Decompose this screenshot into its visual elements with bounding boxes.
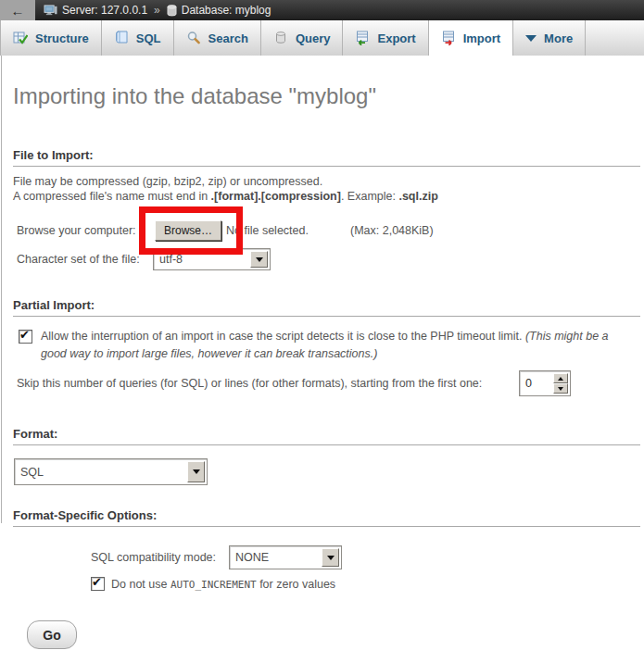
auto-increment-checkbox[interactable]: ✔	[91, 577, 105, 591]
tab-label: Search	[208, 31, 248, 45]
breadcrumb-server-link[interactable]: Server: 127.0.0.1	[62, 4, 147, 17]
line2-format-pattern: .[format].[compression]	[211, 190, 341, 203]
tab-structure[interactable]: Structure	[0, 20, 102, 56]
tab-label: Structure	[35, 31, 89, 45]
allow-interruption-checkbox[interactable]: ✔	[19, 330, 32, 344]
page-title: Importing into the database "myblog"	[13, 83, 376, 109]
tab-label: SQL	[136, 31, 161, 45]
import-icon	[441, 31, 456, 45]
charset-label: Character set of the file:	[17, 253, 140, 266]
tab-bar: Structure SQL Search Query	[0, 20, 644, 56]
charset-select-arrow-icon[interactable]	[250, 251, 268, 268]
search-icon	[186, 31, 201, 45]
spinner-down-button[interactable]	[553, 383, 568, 394]
browse-computer-label: Browse your computer:	[17, 224, 136, 237]
sql-compat-select[interactable]: NONE	[229, 545, 342, 569]
server-icon	[44, 5, 57, 17]
auto-increment-label: Do not use AUTO_INCREMENT for zero value…	[111, 578, 335, 591]
charset-select[interactable]: utf-8	[153, 248, 271, 270]
breadcrumb-database-link[interactable]: Database: myblog	[182, 4, 271, 17]
line2-example: .sql.zip	[398, 190, 437, 203]
tab-label: Export	[377, 31, 415, 45]
line2-mid: . Example:	[341, 190, 399, 203]
charset-select-value: utf-8	[159, 253, 183, 266]
sql-icon	[114, 31, 129, 45]
checkmark-icon: ✔	[92, 575, 102, 589]
tab-search[interactable]: Search	[174, 20, 261, 56]
query-icon	[273, 31, 288, 45]
sql-compat-select-value: NONE	[235, 551, 269, 564]
breadcrumb-separator: »	[154, 4, 160, 17]
back-arrow-icon: ←	[11, 3, 25, 19]
sql-compat-label: SQL compatibility mode:	[91, 551, 216, 564]
format-select-arrow-icon[interactable]	[187, 461, 205, 482]
tab-sql[interactable]: SQL	[102, 20, 174, 56]
format-select[interactable]: SQL	[14, 458, 208, 485]
go-button-label: Go	[43, 628, 60, 643]
tab-export[interactable]: Export	[343, 20, 428, 56]
tab-label: Import	[463, 31, 500, 45]
section-heading-file-to-import: File to Import:	[13, 148, 640, 167]
sql-compat-select-arrow-icon[interactable]	[322, 548, 339, 567]
section-heading-format: Format:	[13, 427, 640, 445]
phpmyadmin-import-page: ← Server: 127.0.0.1 » Database: myblog	[0, 0, 644, 663]
go-button[interactable]: Go	[27, 620, 77, 649]
tab-label: Query	[296, 31, 331, 45]
skip-queries-value: 0	[525, 377, 532, 390]
main-content: Importing into the database "myblog" Fil…	[0, 56, 644, 663]
breadcrumb-bar: ← Server: 127.0.0.1 » Database: myblog	[0, 0, 644, 20]
allow-interruption-label: Allow the interruption of an import in c…	[41, 328, 628, 363]
browse-button[interactable]: Browse…	[155, 220, 221, 241]
section-heading-format-specific: Format-Specific Options:	[13, 508, 640, 527]
allow-text-normal: Allow the interruption of an import in c…	[41, 330, 525, 343]
spinner-up-button[interactable]	[553, 373, 568, 383]
export-icon	[355, 31, 370, 45]
auto-increment-prefix: Do not use	[111, 578, 170, 591]
chevron-down-icon	[525, 35, 537, 42]
section-heading-partial-import: Partial Import:	[13, 298, 640, 317]
content-left-border	[1, 56, 2, 523]
checkmark-icon: ✔	[19, 328, 30, 342]
auto-increment-suffix: for zero values	[257, 578, 335, 591]
auto-increment-code: AUTO_INCREMENT	[170, 579, 257, 591]
line2-prefix: A compressed file's name must end in	[13, 190, 211, 203]
skip-queries-spinner	[553, 373, 568, 394]
browse-button-label: Browse…	[164, 224, 212, 237]
tab-label: More	[544, 31, 573, 45]
compression-info-line1: File may be compressed (gzip, bzip2, zip…	[13, 175, 322, 188]
max-size-text: (Max: 2,048KiB)	[350, 224, 434, 237]
structure-icon	[13, 31, 28, 45]
skip-queries-label: Skip this number of queries (for SQL) or…	[17, 377, 482, 390]
breadcrumb: Server: 127.0.0.1 » Database: myblog	[44, 4, 271, 17]
tab-more[interactable]: More	[513, 20, 586, 56]
skip-queries-input[interactable]: 0	[519, 370, 571, 396]
tab-query[interactable]: Query	[261, 20, 344, 56]
tab-import[interactable]: Import	[429, 20, 513, 56]
format-select-value: SQL	[20, 466, 44, 479]
no-file-selected-text: No file selected.	[226, 224, 309, 237]
database-icon	[167, 5, 177, 17]
compression-info-line2: A compressed file's name must end in .[f…	[13, 190, 438, 203]
back-button[interactable]: ←	[0, 0, 35, 20]
